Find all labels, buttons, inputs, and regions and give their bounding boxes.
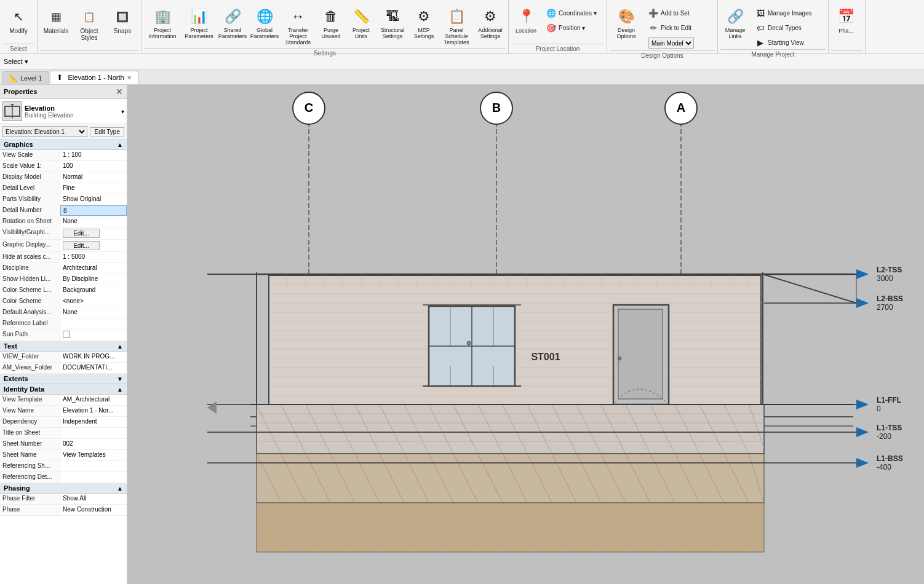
tab-level-1-label: Level 1 bbox=[20, 74, 42, 82]
design-options-icon: 🎨 bbox=[616, 7, 636, 26]
phases-button[interactable]: 📅 Pha... bbox=[831, 4, 861, 42]
add-to-set-icon: ➕ bbox=[648, 8, 658, 18]
instance-bar: Elevation: Elevation 1 Edit Type bbox=[0, 124, 127, 140]
structural-settings-icon: 🏗 bbox=[383, 7, 402, 26]
prop-discipline: DisciplineArchitectural bbox=[0, 263, 127, 274]
type-dropdown-arrow[interactable]: ▾ bbox=[121, 108, 124, 115]
ribbon-section-manage: 🔗 Manage Links 🖼 Manage Images 🏷 Decal T… bbox=[718, 0, 829, 53]
graphic-display-edit-button[interactable]: Edit... bbox=[63, 241, 100, 250]
graphics-arrow: ▲ bbox=[117, 141, 123, 148]
ribbon-group-location: 📍 Location 🌐 Coordinates ▾ 🎯 Position ▾ bbox=[511, 1, 604, 44]
position-button[interactable]: 🎯 Position ▾ bbox=[542, 21, 601, 34]
coordinates-button[interactable]: 🌐 Coordinates ▾ bbox=[542, 6, 601, 20]
prop-default-analysis: Default Analysis...None bbox=[0, 307, 127, 318]
phasing-section-label bbox=[831, 50, 862, 52]
detail-number-input[interactable] bbox=[63, 207, 124, 214]
additional-settings-icon: ⚙ bbox=[480, 7, 500, 26]
structural-settings-button[interactable]: 🏗 Structural Settings bbox=[376, 4, 408, 42]
sun-path-checkbox[interactable] bbox=[63, 331, 70, 338]
modify-button[interactable]: ↖ Modify bbox=[2, 4, 34, 42]
properties-body: Graphics ▲ View Scale1 : 100 Scale Value… bbox=[0, 140, 127, 584]
tab-elevation-1-north[interactable]: ⬆ Elevation 1 - North ✕ bbox=[50, 71, 138, 84]
prop-hide-scales: Hide at scales c...1 : 5000 bbox=[0, 252, 127, 263]
canvas-area[interactable]: C B A bbox=[127, 85, 924, 584]
level-l1-tss-label: L1-TSS bbox=[877, 424, 902, 432]
starting-view-button[interactable]: ▶ Starting View bbox=[751, 36, 816, 49]
prop-view-template: View TemplateAM_Architectural bbox=[0, 395, 127, 406]
design-section-label: Design Options bbox=[610, 50, 715, 59]
transfer-standards-button[interactable]: ↔ Transfer Project Standards bbox=[281, 4, 315, 48]
column-b-label: B bbox=[492, 101, 501, 114]
level-l1-ffl-label: L1-FFL bbox=[877, 396, 901, 404]
visibility-edit-button[interactable]: Edit... bbox=[63, 229, 100, 238]
mep-settings-button[interactable]: ⚙ MEP Settings bbox=[410, 4, 438, 42]
section-text[interactable]: Text ▲ bbox=[0, 341, 127, 352]
project-information-button[interactable]: 🏢 Project Information bbox=[144, 4, 181, 42]
main-model-select[interactable]: Main Model bbox=[648, 37, 694, 49]
snaps-button[interactable]: 🔲 Snaps bbox=[106, 4, 138, 42]
manage-links-icon: 🔗 bbox=[725, 7, 745, 26]
prop-view-scale: View Scale1 : 100 bbox=[0, 150, 127, 161]
prop-sun-path: Sun Path bbox=[0, 329, 127, 341]
elevation-svg: C B A bbox=[127, 85, 924, 584]
type-name: Elevation bbox=[25, 105, 119, 112]
room-label-st001: ST001 bbox=[531, 352, 560, 362]
prop-show-hidden: Show Hidden Li...By Discipline bbox=[0, 274, 127, 285]
manage-links-button[interactable]: 🔗 Manage Links bbox=[720, 4, 750, 42]
purge-unused-button[interactable]: 🗑 Purge Unused bbox=[316, 4, 346, 42]
prop-am-views-folder: AM_Views_FolderDOCUMENTATI... bbox=[0, 363, 127, 374]
svg-point-67 bbox=[467, 341, 471, 345]
section-extents[interactable]: Extents ▼ bbox=[0, 374, 127, 384]
properties-close-button[interactable]: ✕ bbox=[116, 87, 123, 97]
coordinates-icon: 🌐 bbox=[546, 8, 556, 18]
prop-title-on-sheet: Title on Sheet bbox=[0, 428, 127, 439]
main-layout: Properties ✕ Elevation Building Elevatio… bbox=[0, 85, 924, 584]
type-subname: Building Elevation bbox=[25, 112, 119, 119]
svg-rect-71 bbox=[618, 309, 663, 399]
main-model-dropdown[interactable]: Main Model bbox=[644, 36, 698, 50]
tab-elevation-label: Elevation 1 - North bbox=[68, 74, 124, 81]
section-phasing[interactable]: Phasing ▲ bbox=[0, 483, 127, 494]
instance-select[interactable]: Elevation: Elevation 1 bbox=[2, 126, 87, 137]
project-units-button[interactable]: 📏 Project Units bbox=[347, 4, 375, 42]
add-to-set-button[interactable]: ➕ Add to Set bbox=[644, 6, 698, 20]
mep-settings-icon: ⚙ bbox=[414, 7, 434, 26]
prop-rotation-sheet: Rotation on SheetNone bbox=[0, 216, 127, 227]
shared-parameters-button[interactable]: 🔗 Shared Parameters bbox=[217, 4, 248, 42]
project-parameters-button[interactable]: 📊 Project Parameters bbox=[182, 4, 216, 42]
materials-button[interactable]: ▦ Materials bbox=[40, 4, 72, 42]
prop-referencing-sh: Referencing Sh... bbox=[0, 461, 127, 472]
shared-parameters-icon: 🔗 bbox=[223, 7, 242, 26]
manage-col: 🖼 Manage Images 🏷 Decal Types ▶ Starting… bbox=[751, 4, 816, 49]
svg-rect-73 bbox=[257, 404, 764, 454]
ribbon-section-styles: ▦ Materials 📋 Object Styles 🔲 Snaps bbox=[38, 0, 141, 53]
ribbon-group-settings: 🏢 Project Information 📊 Project Paramete… bbox=[144, 1, 506, 48]
position-icon: 🎯 bbox=[546, 23, 556, 33]
section-identity[interactable]: Identity Data ▲ bbox=[0, 384, 127, 395]
location-button[interactable]: 📍 Location bbox=[511, 4, 541, 42]
prop-view-name: View NameElevation 1 - Nor... bbox=[0, 406, 127, 417]
tab-level-1[interactable]: 📐 Level 1 bbox=[2, 71, 49, 84]
global-parameters-icon: 🌐 bbox=[255, 7, 274, 26]
snaps-icon: 🔲 bbox=[113, 7, 132, 26]
pick-to-edit-button[interactable]: ✏ Pick to Edit bbox=[644, 21, 698, 34]
manage-images-button[interactable]: 🖼 Manage Images bbox=[751, 6, 816, 20]
tab-elevation-close[interactable]: ✕ bbox=[127, 74, 132, 81]
prop-dependency: DependencyIndependent bbox=[0, 417, 127, 428]
global-parameters-button[interactable]: 🌐 Global Parameters bbox=[249, 4, 280, 42]
settings-section-label: Settings bbox=[144, 48, 506, 57]
panel-schedule-button[interactable]: 📋 Panel Schedule Templates bbox=[439, 4, 474, 48]
prop-detail-number[interactable]: Detail Number bbox=[0, 205, 127, 216]
decal-types-button[interactable]: 🏷 Decal Types bbox=[751, 21, 816, 34]
additional-settings-button[interactable]: ⚙ Additional Settings bbox=[475, 4, 506, 42]
ribbon-group-select: ↖ Modify bbox=[2, 1, 34, 44]
section-graphics[interactable]: Graphics ▲ bbox=[0, 140, 127, 150]
level-l2-bss-label: L2-BSS bbox=[877, 294, 903, 303]
properties-title: Properties bbox=[4, 88, 37, 95]
project-units-icon: 📏 bbox=[351, 7, 371, 26]
design-options-button[interactable]: 🎨 Design Options bbox=[610, 4, 643, 42]
ribbon-section-location: 📍 Location 🌐 Coordinates ▾ 🎯 Position ▾ … bbox=[509, 0, 607, 53]
edit-type-button[interactable]: Edit Type bbox=[90, 127, 124, 136]
purge-icon: 🗑 bbox=[321, 7, 341, 26]
object-styles-button[interactable]: 📋 Object Styles bbox=[73, 4, 105, 43]
